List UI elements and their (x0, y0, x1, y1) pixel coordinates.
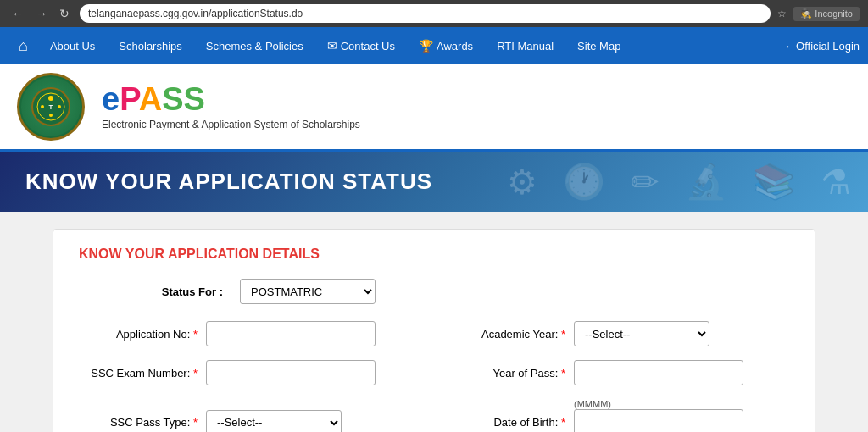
schemes-label: Schemes & Policies (206, 40, 303, 53)
nav-item-rti[interactable]: RTI Manual (485, 27, 565, 64)
watermark-science: 🔬 (685, 162, 727, 202)
year-of-pass-input[interactable] (574, 360, 743, 385)
dob-input[interactable] (574, 409, 743, 432)
nav-item-contact[interactable]: ✉ Contact Us (315, 27, 407, 64)
banner: ⚙ 🕐 ✏ 🔬 📚 ⚗ KNOW YOUR APPLICATION STATUS (0, 152, 868, 212)
dob-group: Date of Birth: * (MMMM) (DD-MM-YYYY) (447, 399, 789, 432)
academic-year-group: Academic Year: * --Select-- 2023-24 2022… (447, 321, 789, 346)
year-of-pass-group: Year of Pass: * (447, 360, 789, 385)
epass-a: A (139, 81, 162, 117)
epass-subtitle: Electronic Payment & Application System … (102, 119, 360, 130)
trophy-icon: 🏆 (419, 39, 433, 53)
reload-button[interactable]: ↻ (56, 5, 73, 22)
nav-items: About Us Scholarships Schemes & Policies… (38, 27, 780, 64)
status-for-select[interactable]: POSTMATRIC PREMATRIC FRESHER (240, 279, 376, 304)
browser-right: ☆ 🕵 Incognito (777, 7, 860, 21)
main-content: KNOW YOUR APPLICATION DETAILS Status For… (0, 212, 868, 432)
url-text: telanganaepass.cgg.gov.in/applicationSta… (88, 8, 303, 19)
scholarships-label: Scholarships (119, 40, 181, 53)
application-no-label: Application No: * (79, 328, 198, 341)
incognito-badge: 🕵 Incognito (793, 7, 860, 21)
login-label: Official Login (796, 40, 860, 53)
back-button[interactable]: ← (8, 5, 27, 22)
svg-point-4 (49, 114, 53, 117)
epass-p: P (120, 81, 139, 117)
login-arrow-icon: → (780, 40, 791, 53)
forward-button[interactable]: → (32, 5, 51, 22)
rti-label: RTI Manual (497, 40, 554, 53)
watermark-flask: ⚗ (821, 163, 851, 202)
ssc-pass-type-group: SSC Pass Type: * --Select-- Regular Priv… (79, 399, 421, 432)
address-bar[interactable]: telanganaepass.cgg.gov.in/applicationSta… (80, 4, 771, 23)
telangana-logo: T (17, 73, 85, 141)
nav-item-scholarships[interactable]: Scholarships (107, 27, 193, 64)
logo-svg: T (30, 86, 72, 128)
ssc-exam-input[interactable] (206, 360, 376, 385)
application-no-group: Application No: * (79, 321, 421, 346)
svg-point-3 (48, 96, 53, 101)
about-us-label: About Us (50, 40, 95, 53)
form-card: KNOW YOUR APPLICATION DETAILS Status For… (53, 229, 815, 432)
epass-ss: SS (162, 81, 205, 117)
ssc-exam-label: SSC Exam Number: * (79, 367, 198, 379)
logo-text-area: ePASS Electronic Payment & Application S… (102, 83, 360, 130)
application-no-input[interactable] (206, 321, 376, 346)
academic-year-select[interactable]: --Select-- 2023-24 2022-23 2021-22 (574, 321, 709, 346)
awards-label: Awards (437, 40, 473, 53)
form-card-title: KNOW YOUR APPLICATION DETAILS (79, 246, 789, 262)
browser-chrome: ← → ↻ telanganaepass.cgg.gov.in/applicat… (0, 0, 868, 27)
svg-text:T: T (49, 103, 53, 111)
logo-inner: T (21, 77, 81, 136)
nav-item-awards[interactable]: 🏆 Awards (407, 27, 485, 64)
nav-item-schemes[interactable]: Schemes & Policies (194, 27, 315, 64)
nav-item-sitemap[interactable]: Site Map (565, 27, 632, 64)
dob-label: Date of Birth: * (447, 416, 565, 429)
watermark-pencil: ✏ (631, 163, 659, 202)
svg-point-5 (41, 105, 44, 108)
dob-input-group: (MMMM) (DD-MM-YYYY) (574, 399, 743, 432)
epass-e: e (102, 81, 120, 117)
form-fields-grid: Application No: * Academic Year: * --Sel… (79, 321, 789, 432)
header-logo-area: T ePASS Electronic Payment & Application… (0, 64, 868, 152)
req-star-4: * (561, 367, 565, 379)
browser-controls[interactable]: ← → ↻ (8, 5, 73, 22)
mail-icon: ✉ (327, 39, 337, 53)
status-for-label: Status For : (147, 285, 223, 298)
official-login-button[interactable]: → Official Login (780, 40, 860, 53)
epass-title: ePASS (102, 83, 360, 115)
req-star-5: * (193, 416, 198, 429)
banner-title: KNOW YOUR APPLICATION STATUS (25, 169, 432, 195)
status-for-row: Status For : POSTMATRIC PREMATRIC FRESHE… (79, 279, 789, 304)
year-of-pass-label: Year of Pass: * (447, 367, 565, 379)
watermark-gear: ⚙ (507, 163, 537, 202)
ssc-pass-type-label: SSC Pass Type: * (79, 416, 198, 429)
req-star-1: * (193, 328, 198, 341)
star-icon: ☆ (777, 8, 787, 19)
req-star-2: * (193, 367, 198, 379)
banner-watermarks: ⚙ 🕐 ✏ 🔬 📚 ⚗ (507, 152, 851, 212)
watermark-clock: 🕐 (563, 162, 605, 202)
nav-bar: ⌂ About Us Scholarships Schemes & Polici… (0, 27, 868, 64)
req-star-3: * (561, 328, 565, 341)
watermark-book: 📚 (753, 162, 795, 202)
calendar-hint: (MMMM) (574, 399, 743, 409)
contact-label: Contact Us (341, 40, 395, 53)
req-star-6: * (561, 416, 565, 429)
academic-year-label: Academic Year: * (447, 328, 565, 341)
ssc-pass-type-select[interactable]: --Select-- Regular Private (206, 410, 342, 433)
incognito-icon: 🕵 (800, 8, 812, 19)
sitemap-label: Site Map (577, 40, 620, 53)
nav-item-about-us[interactable]: About Us (38, 27, 107, 64)
home-nav-button[interactable]: ⌂ (8, 30, 38, 62)
ssc-exam-group: SSC Exam Number: * (79, 360, 421, 385)
svg-point-6 (58, 105, 61, 108)
